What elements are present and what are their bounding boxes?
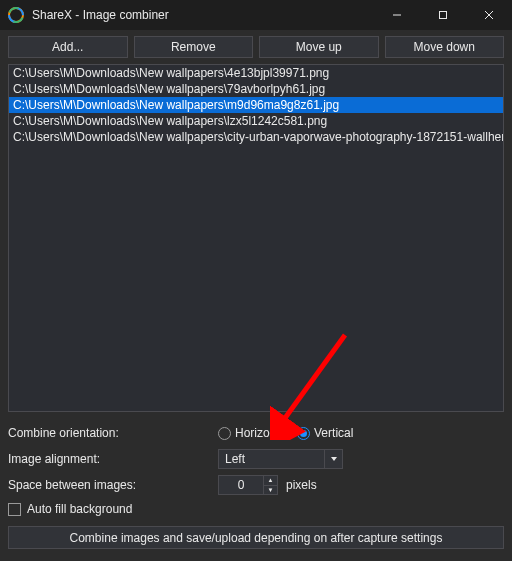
moveup-button[interactable]: Move up	[259, 36, 379, 58]
autofill-checkbox[interactable]	[8, 503, 21, 516]
radio-dot-icon	[218, 427, 231, 440]
toolbar: Add... Remove Move up Move down	[0, 30, 512, 64]
orientation-horizontal-radio[interactable]: Horizontal	[218, 426, 289, 440]
add-button[interactable]: Add...	[8, 36, 128, 58]
spinner-down-icon[interactable]: ▼	[264, 486, 277, 495]
space-value: 0	[219, 478, 263, 492]
maximize-button[interactable]	[420, 0, 466, 30]
radio-dot-icon	[297, 427, 310, 440]
orientation-vertical-radio[interactable]: Vertical	[297, 426, 353, 440]
close-button[interactable]	[466, 0, 512, 30]
combine-button[interactable]: Combine images and save/upload depending…	[8, 526, 504, 549]
list-item[interactable]: C:\Users\M\Downloads\New wallpapers\4e13…	[9, 65, 503, 81]
dropdown-icon	[324, 450, 342, 468]
space-numeric[interactable]: 0 ▲ ▼	[218, 475, 278, 495]
orientation-vertical-label: Vertical	[314, 426, 353, 440]
orientation-horizontal-label: Horizontal	[235, 426, 289, 440]
combine-button-label: Combine images and save/upload depending…	[70, 531, 443, 545]
svg-rect-4	[440, 12, 447, 19]
svg-marker-7	[331, 457, 337, 461]
alignment-label: Image alignment:	[8, 452, 218, 466]
alignment-select[interactable]: Left	[218, 449, 343, 469]
file-listbox[interactable]: C:\Users\M\Downloads\New wallpapers\4e13…	[8, 64, 504, 412]
spinner-up-icon[interactable]: ▲	[264, 476, 277, 486]
alignment-value: Left	[219, 452, 324, 466]
minimize-button[interactable]	[374, 0, 420, 30]
autofill-label: Auto fill background	[27, 502, 132, 516]
space-label: Space between images:	[8, 478, 218, 492]
movedown-button[interactable]: Move down	[385, 36, 505, 58]
window-title: ShareX - Image combiner	[32, 8, 374, 22]
list-item[interactable]: C:\Users\M\Downloads\New wallpapers\lzx5…	[9, 113, 503, 129]
list-item[interactable]: C:\Users\M\Downloads\New wallpapers\79av…	[9, 81, 503, 97]
space-unit: pixels	[286, 478, 317, 492]
sharex-logo-icon	[8, 7, 24, 23]
list-item[interactable]: C:\Users\M\Downloads\New wallpapers\city…	[9, 129, 503, 145]
remove-button[interactable]: Remove	[134, 36, 254, 58]
settings-form: Combine orientation: Horizontal Vertical…	[0, 412, 512, 498]
titlebar: ShareX - Image combiner	[0, 0, 512, 30]
spinner-icon[interactable]: ▲ ▼	[263, 476, 277, 494]
list-item[interactable]: C:\Users\M\Downloads\New wallpapers\m9d9…	[9, 97, 503, 113]
orientation-label: Combine orientation:	[8, 426, 218, 440]
